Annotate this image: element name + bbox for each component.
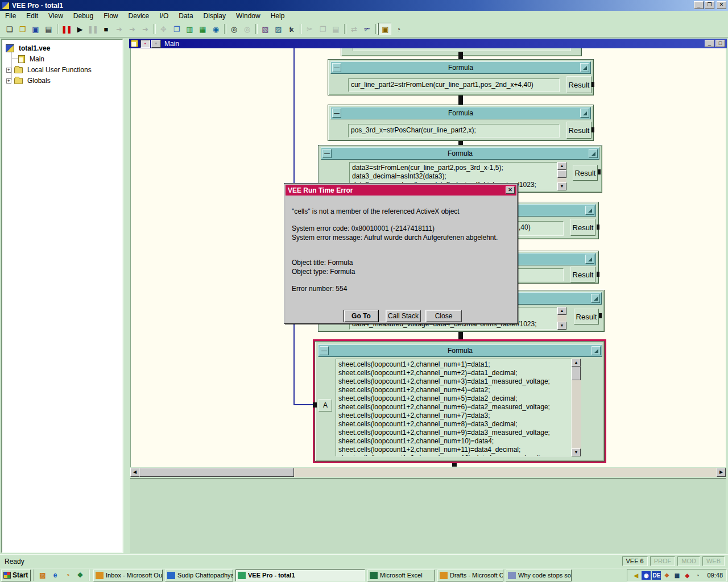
vertical-scrollbar[interactable]: ▲ ▼	[572, 359, 581, 456]
step-over-icon[interactable]: ➜	[125, 23, 138, 35]
formula-titlebar[interactable]: Formula —	[321, 147, 599, 160]
minimize-box-icon[interactable]: —	[320, 346, 329, 355]
function-builder-icon[interactable]: fx	[284, 23, 297, 35]
input-terminal-a[interactable]: A	[318, 399, 332, 411]
scroll-track[interactable]	[294, 468, 717, 477]
run-icon[interactable]: ▶	[73, 23, 86, 35]
instrument-manager-icon[interactable]: ▨	[271, 23, 284, 35]
media-quicklaunch-icon[interactable]: ❖	[75, 570, 85, 580]
scroll-down-icon[interactable]: ▼	[557, 322, 566, 330]
network-icon[interactable]: ❖	[662, 571, 671, 580]
menu-item[interactable]: Device	[123, 11, 155, 21]
menu-item[interactable]: Edit	[21, 11, 43, 21]
start-button[interactable]: Start	[1, 569, 31, 581]
formula-expression-field[interactable]: pos_3rd_x=strPosChar(cur_line_part2,x);	[348, 124, 560, 138]
menu-item[interactable]: Flow	[98, 11, 123, 21]
menu-item[interactable]: Debug	[68, 11, 98, 21]
go-to-button[interactable]: Go To	[344, 310, 379, 322]
resize-box-icon[interactable]	[591, 294, 600, 303]
resize-box-icon[interactable]	[585, 206, 594, 215]
panel-view-icon[interactable]: ▣	[378, 23, 391, 35]
task-button[interactable]: Sudip Chattopadhyay (...	[165, 569, 233, 581]
task-button[interactable]: VEE Pro - total1	[235, 569, 365, 581]
av-monitor-icon[interactable]: ◉	[642, 571, 651, 580]
reorder-icon[interactable]: ⇄	[347, 23, 360, 35]
expander-plus-icon[interactable]: +	[6, 78, 11, 84]
menu-item[interactable]: I/O	[154, 11, 173, 21]
formula-expression-field[interactable]: cur_line_part2=strFromLen(cur_line_part1…	[348, 78, 560, 92]
task-button[interactable]: Microsoft Excel	[367, 569, 435, 581]
program-canvas[interactable]: Formula — cur_line_part2=strFromLen(cur_…	[130, 48, 726, 467]
result-terminal[interactable]: Result	[566, 76, 592, 93]
result-terminal[interactable]: Result	[570, 219, 595, 236]
tree-item-main[interactable]: Main	[18, 54, 44, 64]
find-icon[interactable]: ◎	[227, 23, 240, 35]
cut-icon[interactable]: ✂	[303, 23, 316, 35]
resize-box-icon[interactable]	[589, 149, 598, 158]
scroll-thumb[interactable]	[572, 367, 581, 380]
paste-icon[interactable]: ▤	[329, 23, 342, 35]
step-out-icon[interactable]: ➜	[138, 23, 151, 35]
task-button[interactable]: Drafts - Microsoft Outlook	[437, 569, 503, 581]
close-button[interactable]: Close	[425, 310, 462, 322]
ie-quicklaunch-icon[interactable]: e	[50, 570, 60, 580]
canvas-horizontal-scrollbar[interactable]: ◀ ▶	[130, 468, 726, 477]
formula-expression-field[interactable]	[353, 48, 571, 51]
resize-box-icon[interactable]	[585, 255, 594, 264]
step-into-icon[interactable]: ➜	[112, 23, 125, 35]
result-terminal[interactable]: Result	[570, 267, 595, 282]
formula-titlebar[interactable]: Formula —	[330, 107, 591, 119]
dialog-close-icon[interactable]: ✕	[506, 186, 515, 194]
scroll-thumb[interactable]	[557, 170, 566, 178]
pan-hand-icon[interactable]: ✥	[156, 23, 169, 35]
scroll-down-icon[interactable]: ▼	[557, 182, 566, 190]
formula-titlebar[interactable]: Formula —	[330, 61, 591, 74]
menu-item[interactable]: Help	[266, 11, 290, 21]
menu-item[interactable]: Display	[198, 11, 231, 21]
mdi-maximize-button[interactable]: □	[715, 40, 725, 47]
resize-box-icon[interactable]	[592, 346, 601, 355]
io-config-icon[interactable]: ▥	[183, 23, 196, 35]
call-stack-button[interactable]: Call Stack	[386, 310, 421, 322]
menu-item[interactable]: Data	[173, 11, 198, 21]
volume-icon[interactable]: ◀	[631, 571, 640, 580]
delete-objects-icon[interactable]: ✃	[360, 23, 373, 35]
tree-root[interactable]: total1.vee	[6, 43, 50, 53]
restore-button[interactable]: ❐	[705, 1, 714, 9]
scroll-up-icon[interactable]: ▲	[557, 162, 566, 170]
result-terminal[interactable]: Result	[574, 309, 599, 325]
minimize-button[interactable]: _	[694, 1, 704, 9]
minimize-box-icon[interactable]: —	[332, 63, 341, 72]
vertical-scrollbar[interactable]: ▲ ▼	[557, 162, 566, 190]
formula-box-sheet-cells[interactable]: Formula — A sheet.cells(loopcount1+2,cha…	[315, 341, 605, 462]
resize-box-icon[interactable]	[580, 109, 589, 118]
panel-view-button[interactable]: ▫	[151, 40, 161, 48]
tree-item-globals[interactable]: + Globals	[6, 76, 51, 86]
result-terminal[interactable]: Result	[573, 165, 598, 181]
tree-item-local-user-functions[interactable]: + Local User Functions	[6, 65, 92, 75]
clock-tray-icon[interactable]: ◔	[693, 571, 702, 580]
timer-icon[interactable]: ◔	[391, 23, 404, 35]
menu-item[interactable]: Window	[231, 11, 266, 21]
menu-item[interactable]: File	[0, 11, 21, 21]
print-icon[interactable]: ▤	[42, 23, 55, 35]
scroll-right-icon[interactable]: ▶	[717, 468, 726, 477]
task-button[interactable]: Inbox - Microsoft Outlook	[93, 569, 163, 581]
formula-box-cur-line-part2[interactable]: Formula — cur_line_part2=strFromLen(cur_…	[328, 59, 594, 95]
clone-objects-icon[interactable]: ❐	[169, 23, 183, 35]
scroll-down-icon[interactable]: ▼	[572, 448, 581, 456]
find-next-icon[interactable]: ◎	[240, 23, 253, 35]
minimize-box-icon[interactable]: —	[332, 109, 341, 118]
scheduler-icon[interactable]: ▦	[672, 571, 681, 580]
detail-view-button[interactable]: ▪	[140, 40, 150, 48]
io-device-icon[interactable]: ▦	[196, 23, 209, 35]
result-terminal[interactable]: Result	[566, 122, 592, 139]
resize-box-icon[interactable]	[580, 63, 589, 72]
scroll-thumb[interactable]	[139, 468, 294, 477]
task-button[interactable]: Why code stops someti...	[506, 569, 572, 581]
scroll-up-icon[interactable]: ▲	[557, 307, 566, 315]
formula-titlebar[interactable]: Formula —	[318, 344, 602, 357]
web-icon[interactable]: ◉	[209, 23, 222, 35]
stop-icon[interactable]: ■	[99, 23, 112, 35]
scroll-up-icon[interactable]: ▲	[572, 359, 581, 367]
